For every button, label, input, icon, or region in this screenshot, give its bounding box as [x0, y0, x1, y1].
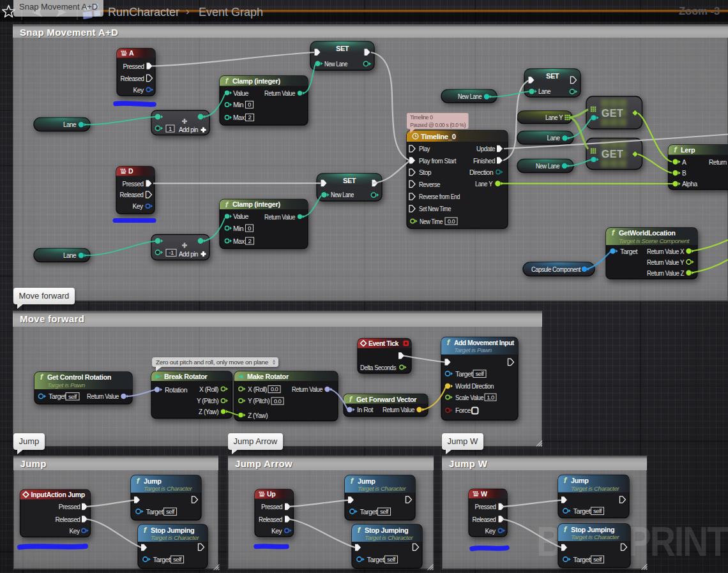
svg-text:0: 0 [248, 101, 251, 108]
svg-text:SET: SET [343, 177, 356, 184]
svg-text:Target is Character: Target is Character [365, 534, 413, 541]
svg-text:Return Value Y: Return Value Y [647, 259, 685, 266]
svg-text:Key: Key [133, 203, 144, 210]
svg-text:Clamp (integer): Clamp (integer) [232, 77, 280, 85]
svg-text:Target is Pawn: Target is Pawn [47, 382, 85, 389]
svg-text:New Lane: New Lane [536, 163, 560, 170]
svg-text:D: D [128, 167, 133, 175]
svg-text:GET: GET [602, 108, 623, 119]
svg-text:Scale Value: Scale Value [455, 394, 484, 401]
svg-text:Play from Start: Play from Start [419, 158, 457, 165]
svg-text:Capsule Component: Capsule Component [531, 266, 581, 273]
svg-text:Target is Character: Target is Character [571, 533, 619, 540]
svg-text:0: 0 [248, 225, 251, 232]
svg-text:Stop Jumping: Stop Jumping [571, 526, 614, 533]
svg-text:New Time: New Time [420, 218, 443, 225]
svg-text:self: self [476, 370, 485, 377]
svg-text:Rotation: Rotation [165, 387, 187, 394]
svg-text:Finished: Finished [473, 158, 496, 165]
svg-text:Lane: Lane [63, 121, 77, 128]
svg-text:Return Value: Return Value [87, 393, 119, 400]
svg-text:World Direction: World Direction [455, 383, 494, 390]
svg-text:Reverse: Reverse [419, 181, 441, 188]
svg-text:2: 2 [248, 114, 252, 121]
svg-text:Jump: Jump [571, 477, 589, 484]
svg-text:Set New Time: Set New Time [419, 205, 451, 212]
svg-text:Add Movement Input: Add Movement Input [454, 339, 515, 346]
svg-text:Direction: Direction [469, 169, 493, 176]
svg-text:Min: Min [233, 225, 243, 232]
svg-text:Target is Character: Target is Character [358, 485, 406, 492]
svg-text:New Lane: New Lane [458, 93, 482, 100]
svg-text:self: self [593, 507, 602, 514]
svg-text:Key: Key [69, 528, 80, 535]
svg-text:2: 2 [248, 237, 252, 244]
svg-text:Value: Value [233, 90, 249, 97]
svg-text:In Rot: In Rot [357, 406, 374, 413]
svg-text:Return Value: Return Value [383, 406, 415, 413]
svg-text:New Lane: New Lane [324, 61, 348, 68]
svg-text:Lane: Lane [547, 135, 561, 142]
svg-text:GetWorldLocation: GetWorldLocation [619, 229, 676, 237]
svg-text:Target: Target [367, 556, 385, 563]
svg-text:Target is Pawn: Target is Pawn [454, 346, 492, 353]
svg-text:Y (Pitch): Y (Pitch) [197, 398, 218, 405]
svg-text:Key: Key [133, 87, 144, 94]
svg-text:Clamp (integer): Clamp (integer) [232, 200, 280, 208]
svg-text:Released: Released [120, 191, 144, 198]
svg-text:self: self [166, 508, 175, 515]
svg-text:Lane: Lane [63, 252, 77, 259]
svg-text:Return Value: Return Value [264, 214, 296, 221]
svg-text:Return Value: Return Value [264, 90, 296, 97]
svg-text:Pressed: Pressed [59, 503, 81, 510]
svg-text:Target: Target [455, 371, 473, 378]
svg-text:1: 1 [169, 125, 172, 132]
svg-text:1.0: 1.0 [487, 394, 494, 401]
svg-text:Stop Jumping: Stop Jumping [365, 526, 408, 534]
svg-text:A: A [129, 49, 134, 57]
svg-text:Return Value: Return Value [292, 386, 323, 393]
svg-text:Max: Max [233, 114, 245, 121]
svg-text:Released: Released [121, 75, 145, 82]
svg-text:InputAction Jump: InputAction Jump [31, 491, 85, 498]
svg-text:X (Roll): X (Roll) [199, 386, 218, 393]
svg-text:Key: Key [485, 528, 496, 535]
svg-text:Lane: Lane [538, 88, 551, 95]
svg-text:Pressed: Pressed [123, 63, 145, 70]
svg-text:W: W [481, 490, 487, 498]
svg-text:Make Rotator: Make Rotator [247, 373, 289, 380]
svg-text:Value: Value [233, 213, 249, 220]
svg-text:Target is Character: Target is Character [571, 485, 619, 492]
svg-text:GET: GET [602, 149, 623, 160]
svg-text:Target: Target [146, 509, 164, 516]
svg-text:Target: Target [620, 248, 638, 255]
svg-text:Pressed: Pressed [123, 181, 144, 188]
svg-text:Break Rotator: Break Rotator [164, 373, 208, 380]
svg-text:self: self [387, 556, 396, 563]
svg-text:Released: Released [259, 516, 283, 523]
svg-text:Add pin: Add pin [179, 126, 198, 133]
svg-text:Get Control Rotation: Get Control Rotation [47, 373, 111, 381]
svg-text:Event Tick: Event Tick [368, 340, 399, 347]
svg-text:self: self [593, 556, 602, 563]
svg-text:SET: SET [336, 45, 349, 52]
svg-text:Jump: Jump [144, 477, 162, 485]
svg-text:Get Forward Vector: Get Forward Vector [356, 396, 417, 403]
svg-text:0.0: 0.0 [274, 398, 282, 405]
svg-text:Update: Update [476, 145, 496, 153]
svg-text:Lane Y: Lane Y [475, 181, 493, 188]
svg-text:Target is Scene Component: Target is Scene Component [619, 237, 690, 244]
svg-text:Timeline_0: Timeline_0 [421, 133, 456, 140]
svg-text:Pressed: Pressed [475, 503, 497, 510]
svg-text:A: A [682, 159, 686, 166]
svg-text:Target is Character: Target is Character [151, 534, 199, 541]
svg-text:Lane Y: Lane Y [545, 114, 563, 121]
svg-text:Reverse from End: Reverse from End [419, 193, 460, 200]
svg-text:Pressed: Pressed [261, 503, 283, 510]
svg-text:self: self [68, 393, 77, 400]
svg-text:0.0: 0.0 [271, 385, 278, 392]
svg-text:Z (Yaw): Z (Yaw) [248, 412, 268, 419]
svg-text:Play: Play [419, 145, 430, 153]
svg-text:self: self [173, 556, 182, 563]
svg-text:SET: SET [546, 72, 559, 80]
